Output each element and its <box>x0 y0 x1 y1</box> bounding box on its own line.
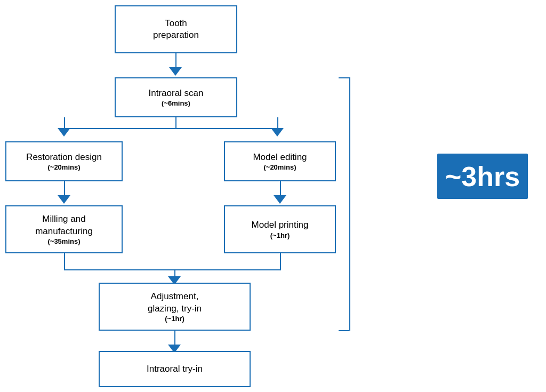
arrow-triangle-left <box>58 128 70 137</box>
total-time-box: ~3hrs <box>437 154 528 199</box>
total-time-text: ~3hrs <box>445 161 520 193</box>
intraoral-scan-box: Intraoral scan (~6mins) <box>115 77 237 117</box>
vline-milling-down <box>64 253 65 269</box>
restoration-design-text: Restoration design <box>26 151 102 163</box>
intraoral-tryin-box: Intraoral try-in <box>99 351 251 387</box>
vline-left <box>64 117 65 129</box>
bracket-bottom-tick <box>339 330 349 331</box>
model-editing-box: Model editing (~20mins) <box>224 141 336 181</box>
vline-printing-down <box>280 253 281 269</box>
intraoral-scan-text: Intraoral scan <box>149 87 204 99</box>
adjustment-glazing-text: Adjustment,glazing, try-in <box>148 291 202 314</box>
intraoral-scan-time: (~6mins) <box>162 99 190 107</box>
adjustment-glazing-box: Adjustment,glazing, try-in (~1hr) <box>99 283 251 331</box>
bracket-vline <box>349 77 350 331</box>
milling-manufacturing-time: (~35mins) <box>47 237 80 245</box>
tooth-preparation-box: Toothpreparation <box>115 5 237 53</box>
model-printing-text: Model printing <box>252 219 309 231</box>
tooth-preparation-text: Toothpreparation <box>153 18 199 41</box>
model-printing-time: (~1hr) <box>270 231 290 239</box>
vline-center-from-intraoral <box>175 117 176 129</box>
milling-manufacturing-box: Milling andmanufacturing (~35mins) <box>5 205 123 253</box>
milling-manufacturing-text: Milling andmanufacturing <box>35 213 93 237</box>
arrow-triangle-right <box>271 128 284 137</box>
intraoral-tryin-text: Intraoral try-in <box>147 363 203 375</box>
arrow-triangle-restoration-milling <box>58 195 70 204</box>
arrow-triangle-editing-printing <box>274 195 286 204</box>
vline-adjustment-tryin <box>174 331 175 346</box>
split-hline <box>64 128 277 129</box>
model-editing-text: Model editing <box>253 151 307 163</box>
vline-restoration-milling <box>64 181 65 196</box>
adjustment-glazing-time: (~1hr) <box>165 315 184 323</box>
bracket-top-tick <box>339 77 349 78</box>
arrow-triangle-1 <box>169 67 182 76</box>
model-editing-time: (~20mins) <box>263 163 296 171</box>
restoration-design-time: (~20mins) <box>47 163 80 171</box>
model-printing-box: Model printing (~1hr) <box>224 205 336 253</box>
merge-hline <box>64 269 281 270</box>
restoration-design-box: Restoration design (~20mins) <box>5 141 123 181</box>
vline-right <box>277 117 278 129</box>
vline-editing-printing <box>280 181 281 196</box>
arrow-line-1 <box>175 53 176 68</box>
